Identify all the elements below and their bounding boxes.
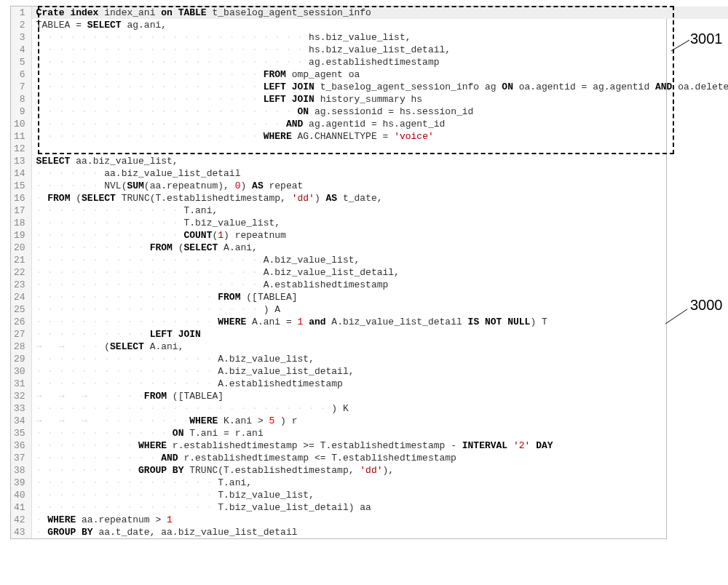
code-content: · · · · · · · · · · · · ON T.ani = r.ani [31, 427, 728, 439]
code-content: → → · · (SELECT A.ani, [31, 341, 728, 353]
code-line: 35· · · · · · · · · · · · ON T.ani = r.a… [11, 427, 728, 439]
code-content: · · · · · · · · · · · · · T.biz_value_li… [31, 217, 728, 229]
code-line: 34→ → → · · · · · · · ·WHERE K.ani > 5 )… [11, 415, 728, 427]
code-line: 28→ → · · (SELECT A.ani, [11, 341, 728, 353]
code-line: 31· · · · · · · · · · · · · · · · A.esta… [11, 378, 728, 390]
code-content: · · · · · · · · · · · · · · · · · · · · … [31, 303, 728, 316]
line-number: 15 [11, 180, 31, 192]
code-content [31, 143, 728, 155]
code-content: · · · · · · · · · · · · · · · · FROM ([T… [31, 291, 728, 303]
code-content: → → → · · · ·FROM ([TABLEA] [31, 390, 728, 402]
code-line: 40· · · · · · · · · · · · · · · · T.biz_… [11, 489, 728, 501]
code-content: · · · · · · · · · · · · · · · · · · · · … [31, 31, 728, 44]
line-number: 4 [11, 44, 31, 56]
code-content: · · · · · · · · · · · · · COUNT(1) repea… [31, 229, 728, 242]
code-content: Crate index index_ani on TABLE t_baselog… [31, 7, 728, 19]
line-number: 42 [11, 514, 31, 526]
annotation-3001-label: 3001 [690, 31, 723, 47]
line-number: 34 [11, 415, 31, 427]
line-number: 38 [11, 464, 31, 477]
code-content: · · · · · · · · · · · · · · · · · · · · … [31, 266, 728, 279]
line-number: 1 [11, 7, 31, 19]
line-number: 8 [11, 93, 31, 106]
code-line: 6· · · · · · · · · · · · · · · · · · · ·… [11, 68, 728, 81]
line-number: 35 [11, 427, 31, 439]
line-number: 37 [11, 452, 31, 464]
line-number: 12 [11, 143, 31, 155]
code-line: 43· GROUP BY aa.t_date, aa.biz_value_lis… [11, 526, 728, 538]
code-line: 42· WHERE aa.repeatnum > 1 [11, 514, 728, 526]
line-number: 24 [11, 291, 31, 303]
line-number: 2 [11, 19, 31, 31]
code-line: 5· · · · · · · · · · · · · · · · · · · ·… [11, 56, 728, 68]
code-line: 10· · · · · · · · · · · · · · · · · · · … [11, 118, 728, 130]
code-content: · · · · · · · · · · · · · · · · T.ani, [31, 477, 728, 489]
code-line: 4· · · · · · · · · · · · · · · · · · · ·… [11, 44, 728, 56]
line-number: 33 [11, 402, 31, 415]
code-line: 12 [11, 143, 728, 155]
code-content: · · · · · · · · · · · · · · · · · · · · … [31, 44, 728, 56]
svg-line-0 [671, 40, 689, 51]
code-line: 26· · · · · · · · · · · · · · · · WHERE … [11, 316, 728, 328]
line-number: 23 [11, 279, 31, 291]
line-number: 20 [11, 242, 31, 254]
line-number: 9 [11, 106, 31, 118]
code-editor: 1Crate index index_ani on TABLE t_baselo… [10, 6, 667, 539]
line-number: 21 [11, 254, 31, 266]
code-content: · WHERE aa.repeatnum > 1 [31, 514, 728, 526]
code-line: 30· · · · · · · · · · · · · · · · A.biz_… [11, 365, 728, 378]
code-line: 15· · · · · · NVL(SUM(aa.repeatnum), 0) … [11, 180, 728, 192]
code-line: 19· · · · · · · · · · · · · COUNT(1) rep… [11, 229, 728, 242]
line-number: 29 [11, 353, 31, 365]
line-number: 40 [11, 489, 31, 501]
code-content: · · · · · · NVL(SUM(aa.repeatnum), 0) AS… [31, 180, 728, 192]
line-number: 25 [11, 303, 31, 316]
code-line: 13SELECT aa.biz_value_list, [11, 155, 728, 167]
code-line: 21· · · · · · · · · · · · · · · · · · · … [11, 254, 728, 266]
code-content: · · · · · · · · · WHERE r.establishedtim… [31, 439, 728, 452]
line-number: 39 [11, 477, 31, 489]
code-line: 22· · · · · · · · · · · · · · · · · · · … [11, 266, 728, 279]
code-line: 7· · · · · · · · · · · · · · · · · · · ·… [11, 81, 728, 93]
code-content: SELECT aa.biz_value_list, [31, 155, 728, 167]
code-content: · · · · · · · · · · · · · · · · WHERE A.… [31, 316, 728, 328]
line-number: 7 [11, 81, 31, 93]
code-content: · · · · · · · · · · · · · · · · A.biz_va… [31, 365, 728, 378]
code-line: 27· · · · · · · · · · LEFT JOIN [11, 328, 728, 341]
code-line: 1Crate index index_ani on TABLE t_baselo… [11, 7, 728, 19]
line-number: 11 [11, 130, 31, 143]
line-number: 43 [11, 526, 31, 538]
line-number: 27 [11, 328, 31, 341]
line-number: 41 [11, 501, 31, 514]
code-line: 9· · · · · · · · · · · · · · · · · · · ·… [11, 106, 728, 118]
code-content: · · · · · · aa.biz_value_list_detail [31, 167, 728, 180]
code-line: 37· · · · · · · · · · · AND r.establishe… [11, 452, 728, 464]
line-number: 16 [11, 192, 31, 204]
code-content: · · · · · · · · · · LEFT JOIN [31, 328, 728, 341]
code-line: 8· · · · · · · · · · · · · · · · · · · ·… [11, 93, 728, 106]
code-content: · · · · · · · · · GROUP BY TRUNC(T.estab… [31, 464, 728, 477]
code-line: 24· · · · · · · · · · · · · · · · FROM (… [11, 291, 728, 303]
code-line: 32→ → → · · · ·FROM ([TABLEA] [11, 390, 728, 402]
code-line: 16· FROM (SELECT TRUNC(T.establishedtime… [11, 192, 728, 204]
code-content: · · · · · · · · · · · · · T.ani, [31, 204, 728, 217]
code-content: · · · · · · · · · · · · · · · · · · · · … [31, 402, 728, 415]
code-content: · · · · · · · · · · · · · · · · · · · · … [31, 81, 728, 93]
code-line: 20· · · · · · · · · · FROM (SELECT A.ani… [11, 242, 728, 254]
line-number: 30 [11, 365, 31, 378]
code-line: 14· · · · · · aa.biz_value_list_detail [11, 167, 728, 180]
line-number: 6 [11, 68, 31, 81]
code-content: · · · · · · · · · · · AND r.establishedt… [31, 452, 728, 464]
code-line: 29· · · · · · · · · · · · · · · · A.biz_… [11, 353, 728, 365]
code-content: · · · · · · · · · · · · · · · · · · · · … [31, 106, 728, 118]
code-line: 2TABLEA = SELECT ag.ani, [11, 19, 728, 31]
code-line: 23· · · · · · · · · · · · · · · · · · · … [11, 279, 728, 291]
line-number: 32 [11, 390, 31, 402]
page-root: 1Crate index index_ani on TABLE t_baselo… [0, 0, 728, 585]
line-number: 5 [11, 56, 31, 68]
code-content: TABLEA = SELECT ag.ani, [31, 19, 728, 31]
line-number: 31 [11, 378, 31, 390]
code-content: · FROM (SELECT TRUNC(T.establishedtimest… [31, 192, 728, 204]
code-content: · · · · · · · · · · · · · · · · A.establ… [31, 378, 728, 390]
code-line: 38· · · · · · · · · GROUP BY TRUNC(T.est… [11, 464, 728, 477]
